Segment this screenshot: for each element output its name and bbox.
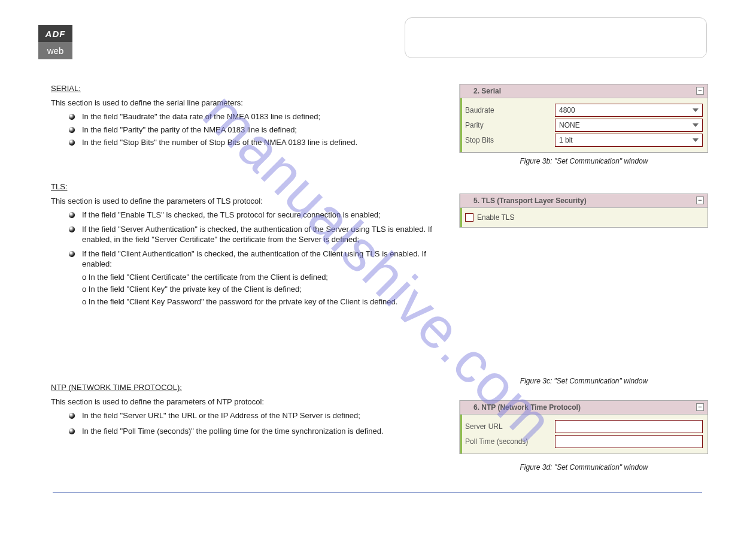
baudrate-value: 4800 <box>559 106 575 114</box>
serial-panel: 2. Serial − Baudrate 4800 Parity NONE St… <box>460 84 708 153</box>
baudrate-label: Baudrate <box>465 106 555 114</box>
collapse-icon[interactable]: − <box>696 197 704 204</box>
server-url-input[interactable] <box>555 420 703 433</box>
logo-top-text: ADF <box>38 25 72 42</box>
collapse-icon[interactable]: − <box>696 87 704 95</box>
enable-tls-label: Enable TLS <box>477 213 515 222</box>
figure3-caption: Figure 3b: "Set Communication" window <box>460 157 708 165</box>
tls-sub: In the field "Client Key" the private ke… <box>89 285 302 294</box>
serial-intro: This section is used to define the seria… <box>51 98 434 108</box>
server-url-label: Server URL <box>465 422 555 431</box>
poll-time-label: Poll Time (seconds) <box>465 437 555 446</box>
serial-panel-title: 2. Serial <box>473 87 501 95</box>
title-box <box>405 17 707 58</box>
baudrate-select[interactable]: 4800 <box>555 104 703 117</box>
footer-rule <box>53 492 702 492</box>
tls-bullet: If the field "Enable TLS" is checked, th… <box>69 210 434 220</box>
ntp-bullet: In the field "Poll Time (seconds)" the p… <box>69 426 434 437</box>
parity-select[interactable]: NONE <box>555 119 703 132</box>
figure5-caption: Figure 3d: "Set Communication" window <box>460 463 708 471</box>
chevron-down-icon <box>693 108 699 112</box>
poll-time-input[interactable] <box>555 435 703 448</box>
stopbits-select[interactable]: 1 bit <box>555 134 703 147</box>
tls-text-block: TLS: This section is used to define the … <box>51 182 434 307</box>
serial-text-block: SERIAL: This section is used to define t… <box>51 83 434 150</box>
ntp-bullet: In the field "Server URL" the URL or the… <box>69 410 434 421</box>
ntp-panel-header: 6. NTP (Network Time Protocol) − <box>460 401 708 415</box>
serial-bullet: In the field "Parity" the parity of the … <box>69 125 434 135</box>
tls-panel-header: 5. TLS (Transport Layer Security) − <box>460 194 708 208</box>
tls-sub: In the field "Client Key Password" the p… <box>89 297 398 306</box>
ntp-text-block: NTP (NETWORK TIME PROTOCOL): This sectio… <box>51 382 434 439</box>
tls-bullets: If the field "Enable TLS" is checked, th… <box>51 210 434 270</box>
collapse-icon[interactable]: − <box>696 403 704 411</box>
chevron-down-icon <box>693 138 699 142</box>
stopbits-value: 1 bit <box>559 136 573 144</box>
company-logo: ADF web <box>38 25 72 59</box>
tls-panel: 5. TLS (Transport Layer Security) − Enab… <box>460 194 708 228</box>
tls-bullet: If the field "Client Authentication" is … <box>69 249 434 270</box>
parity-label: Parity <box>465 121 555 129</box>
tls-sub: In the field "Client Certificate" the ce… <box>89 273 328 282</box>
parity-value: NONE <box>559 121 580 129</box>
serial-bullet: In the field "Baudrate" the data rate of… <box>69 111 434 122</box>
tls-panel-title: 5. TLS (Transport Layer Security) <box>473 197 587 205</box>
logo-bottom-text: web <box>38 42 72 59</box>
ntp-heading: NTP (NETWORK TIME PROTOCOL): <box>51 382 434 393</box>
chevron-down-icon <box>693 123 699 127</box>
tls-bullet: If the field "Server Authentication" is … <box>69 224 434 245</box>
ntp-panel-title: 6. NTP (Network Time Protocol) <box>473 403 581 412</box>
tls-heading: TLS: <box>51 182 67 192</box>
serial-heading: SERIAL: <box>51 83 81 94</box>
ntp-bullets: In the field "Server URL" the URL or the… <box>51 410 434 436</box>
ntp-panel: 6. NTP (Network Time Protocol) − Server … <box>460 400 708 454</box>
stopbits-label: Stop Bits <box>465 136 555 144</box>
serial-bullets: In the field "Baudrate" the data rate of… <box>51 111 434 148</box>
serial-panel-header: 2. Serial − <box>460 84 708 98</box>
serial-bullet: In the field "Stop Bits" the number of S… <box>69 137 434 148</box>
figure4-caption: Figure 3c: "Set Communication" window <box>460 377 708 385</box>
enable-tls-checkbox[interactable] <box>465 213 473 222</box>
ntp-intro: This section is used to define the param… <box>51 397 434 407</box>
tls-intro: This section is used to define the param… <box>51 196 434 207</box>
